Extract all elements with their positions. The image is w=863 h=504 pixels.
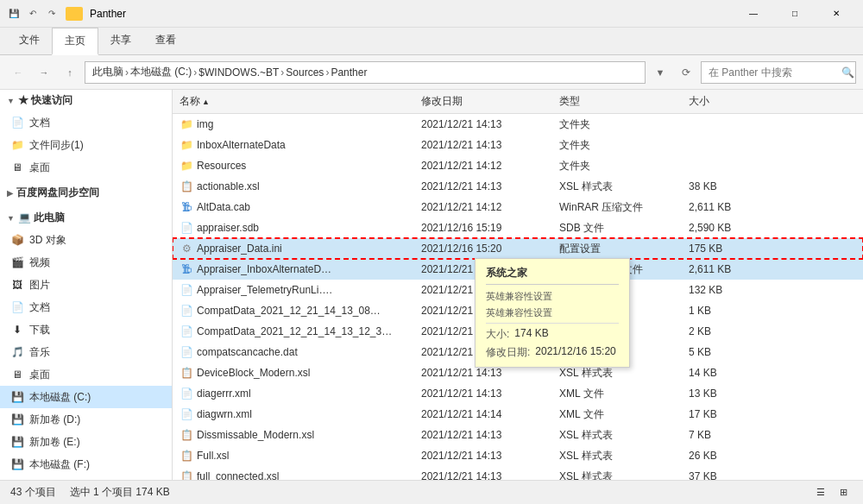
table-row[interactable]: 📄 diagwrn.xml 2021/12/21 14:14 XML 文件 17… (173, 404, 863, 425)
chevron-icon: ▼ (7, 97, 15, 105)
sidebar-item-d-drive[interactable]: 💾 新加卷 (D:) (0, 408, 172, 431)
tab-share[interactable]: 共享 (98, 28, 143, 54)
sidebar-item-e-drive[interactable]: 💾 新加卷 (E:) (0, 431, 172, 453)
refresh-button[interactable]: ⟳ (675, 61, 697, 84)
xml-icon: 📄 (180, 407, 193, 421)
xsl-icon: 📋 (180, 180, 193, 193)
file-name: 📁 Resources (176, 159, 418, 173)
col-date[interactable]: 修改日期 (418, 94, 556, 109)
table-row[interactable]: 🗜 AltData.cab 2021/12/21 14:12 WinRAR 压缩… (173, 197, 863, 217)
address-path[interactable]: 此电脑 › 本地磁盘 (C:) › $WINDOWS.~BT › Sources… (85, 61, 646, 84)
detail-view-button[interactable]: ⊞ (834, 483, 853, 502)
file-name: 📄 appraiser.sdb (176, 221, 418, 235)
file-type: 文件夹 (556, 138, 685, 153)
file-name: ⚙ Appraiser_Data.ini (176, 242, 418, 255)
file-date: 2021/12/21 14:13 (418, 429, 556, 441)
path-windows-bt[interactable]: $WINDOWS.~BT (198, 66, 279, 79)
table-row[interactable]: 📁 Resources 2021/12/21 14:12 文件夹 (173, 155, 863, 176)
col-size[interactable]: 大小 (685, 94, 754, 109)
this-pc-header[interactable]: ▼ 💻 此电脑 (0, 207, 172, 229)
file-date: 2021/12/21 14:13 (418, 450, 556, 462)
maximize-button[interactable]: □ (775, 0, 815, 28)
table-row[interactable]: 📋 full_connected.xsl 2021/12/21 14:13 XS… (173, 466, 863, 480)
tab-home[interactable]: 主页 (52, 28, 98, 55)
quick-access-header[interactable]: ▼ ★ 快速访问 (0, 90, 172, 111)
path-computer[interactable]: 此电脑 (92, 65, 123, 79)
sidebar-item-downloads[interactable]: ⬇ 下载 (0, 318, 172, 341)
redo-icon[interactable]: ↷ (45, 7, 59, 21)
file-size: 5 KB (685, 346, 754, 358)
xml-icon: 📄 (180, 283, 193, 297)
path-panther[interactable]: Panther (331, 66, 367, 79)
search-icon: 🔍 (841, 66, 854, 79)
minimize-button[interactable]: — (734, 0, 773, 28)
col-name[interactable]: 名称 ▲ (176, 94, 418, 109)
table-row[interactable]: 📁 img 2021/12/21 14:13 文件夹 (173, 114, 863, 135)
tab-file[interactable]: 文件 (7, 28, 52, 54)
file-size: 17 KB (685, 408, 754, 420)
status-bar: 43 个项目 选中 1 个项目 174 KB ☰ ⊞ (0, 480, 863, 504)
file-date: 2021/12/21 14:13 (418, 139, 556, 151)
tooltip-size-label: 大小: (486, 327, 509, 342)
file-type: XSL 样式表 (556, 428, 685, 443)
table-row[interactable]: 📋 Dissmissable_Modern.xsl 2021/12/21 14:… (173, 425, 863, 445)
dropdown-arrow[interactable]: ▼ (649, 61, 671, 84)
file-name: 📋 Dissmissable_Modern.xsl (176, 428, 418, 442)
file-name: 📄 diagerrr.xml (176, 387, 418, 400)
sidebar-item-docs[interactable]: 📄 文档 (0, 296, 172, 318)
desktop-icon: 🖥 (10, 161, 24, 174)
sidebar-item-desktop2[interactable]: 🖥 桌面 (0, 363, 172, 386)
sidebar-item-sync[interactable]: 📁 文件同步(1) (0, 134, 172, 156)
table-row[interactable]: 📋 actionable.xsl 2021/12/21 14:13 XSL 样式… (173, 176, 863, 197)
file-name: 📄 Appraiser_TelemetryRunLi…. (176, 283, 418, 297)
table-row[interactable]: 📋 Full.xsl 2021/12/21 14:13 XSL 样式表 26 K… (173, 445, 863, 466)
tab-view[interactable]: 查看 (143, 28, 188, 54)
back-button[interactable]: ← (7, 61, 29, 84)
file-type: SDB 文件 (556, 221, 685, 236)
title-bar-icons: 💾 ↶ ↷ (7, 7, 59, 21)
sidebar-item-desktop[interactable]: 🖥 桌面 (0, 156, 172, 179)
sidebar-item-c-drive[interactable]: 💾 本地磁盘 (C:) (0, 386, 172, 408)
table-row[interactable]: 📁 InboxAlternateData 2021/12/21 14:13 文件… (173, 135, 863, 155)
list-view-button[interactable]: ☰ (811, 483, 830, 502)
tooltip-date-row: 修改日期: 2021/12/16 15:20 (486, 345, 619, 360)
documents-icon: 📄 (10, 116, 24, 129)
sidebar-item-pictures[interactable]: 🖼 图片 (0, 274, 172, 296)
ribbon: 文件 主页 共享 查看 (0, 28, 863, 55)
xml-icon: 📄 (180, 387, 193, 400)
xsl-icon: 📋 (180, 449, 193, 463)
table-row[interactable]: 📄 appraiser.sdb 2021/12/16 15:19 SDB 文件 … (173, 217, 863, 238)
search-input[interactable] (709, 66, 838, 79)
sidebar-item-3d[interactable]: 📦 3D 对象 (0, 229, 172, 251)
sidebar-item-documents[interactable]: 📄 文档 (0, 111, 172, 134)
tooltip-date-label: 修改日期: (486, 345, 530, 360)
sidebar-item-music[interactable]: 🎵 音乐 (0, 341, 172, 363)
file-type: 文件夹 (556, 159, 685, 173)
window-controls: — □ ✕ (734, 0, 856, 28)
table-row[interactable]: 📄 diagerrr.xml 2021/12/21 14:13 XML 文件 1… (173, 383, 863, 404)
file-date: 2021/12/21 14:13 (418, 367, 556, 379)
baidu-header[interactable]: ▶ 百度网盘同步空间 (0, 182, 172, 204)
file-size: 26 KB (685, 450, 754, 462)
search-box[interactable]: 🔍 (701, 61, 856, 84)
file-date: 2021/12/21 14:13 (418, 180, 556, 192)
xsl-icon: 📋 (180, 469, 193, 480)
sidebar-item-f-drive[interactable]: 💾 本地磁盘 (F:) (0, 453, 172, 476)
f-drive-icon: 💾 (10, 457, 24, 471)
sidebar-item-label: 桌面 (29, 161, 50, 175)
file-name: 🗜 AltData.cab (176, 200, 418, 214)
path-sources[interactable]: Sources (286, 66, 324, 79)
path-drive[interactable]: 本地磁盘 (C:) (130, 65, 192, 79)
table-row-selected[interactable]: ⚙ Appraiser_Data.ini 2021/12/16 15:20 配置… (173, 238, 863, 259)
file-type: XSL 样式表 (556, 180, 685, 194)
tooltip-subtitle: 英雄兼容性设置 (486, 290, 619, 303)
file-size: 2 KB (685, 325, 754, 337)
undo-icon[interactable]: ↶ (26, 7, 40, 21)
save-icon[interactable]: 💾 (7, 7, 21, 21)
col-type[interactable]: 类型 (556, 94, 685, 109)
forward-button[interactable]: → (33, 61, 55, 84)
close-button[interactable]: ✕ (816, 0, 856, 28)
sidebar-item-g-drive[interactable]: 💾 本地磁盘 (G:) (0, 476, 172, 480)
up-button[interactable]: ↑ (59, 61, 81, 84)
sidebar-item-video[interactable]: 🎬 视频 (0, 251, 172, 274)
